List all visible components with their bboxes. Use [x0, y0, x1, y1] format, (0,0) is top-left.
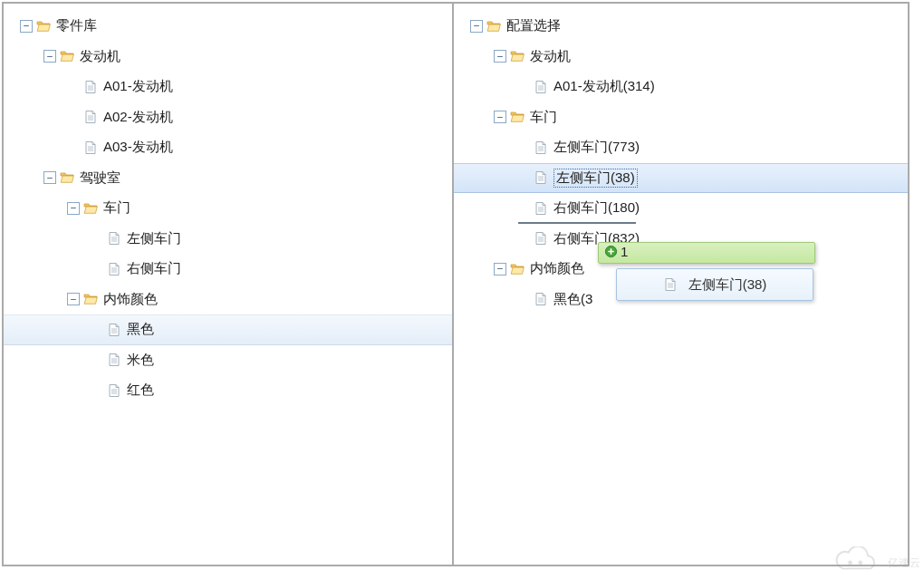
drop-indicator-line [518, 222, 636, 224]
collapse-icon[interactable]: − [67, 293, 80, 305]
watermark-text: 亿速云 [888, 556, 920, 569]
tree-node-folder[interactable]: −内饰颜色 [4, 285, 452, 315]
folder-open-icon [510, 110, 525, 124]
tree-node-folder[interactable]: −驾驶室 [4, 163, 452, 194]
file-icon [534, 140, 548, 155]
folder-open-icon [510, 262, 525, 276]
file-icon [107, 353, 121, 367]
tree-node-folder[interactable]: −发动机 [454, 42, 908, 72]
collapse-icon[interactable]: − [494, 111, 506, 123]
tree-node-leaf[interactable]: A02-发动机 [4, 102, 452, 133]
collapse-icon[interactable]: − [43, 171, 56, 184]
collapse-icon[interactable]: − [20, 20, 33, 33]
tree-node-leaf-selected[interactable]: 黑色 [4, 314, 452, 345]
file-icon [534, 292, 548, 306]
drop-allowed-icon [604, 245, 618, 258]
file-icon [534, 201, 548, 216]
node-label: 左侧车门 [127, 230, 181, 247]
watermark: 亿速云 [830, 546, 920, 576]
drag-item-label: 左侧车门(38) [688, 276, 767, 294]
node-label: A03-发动机 [103, 139, 173, 156]
node-label: 黑色(3 [553, 291, 592, 308]
node-label: 车门 [103, 199, 130, 217]
tree-node-leaf[interactable]: 左侧车门 [4, 224, 452, 255]
node-label: 红色 [127, 382, 154, 399]
node-label: 左侧车门(38) [553, 169, 638, 188]
parts-library-panel: −零件库 −发动机 A01-发动机 A02-发动机 A03-发动机 −驾驶室 −… [3, 3, 453, 566]
drag-count-tooltip: 1 [598, 242, 815, 264]
drag-count: 1 [621, 244, 628, 259]
node-label: 左侧车门(773) [553, 139, 640, 156]
tree-node-root[interactable]: −配置选择 [454, 11, 908, 42]
drag-ghost-item[interactable]: 左侧车门(38) [616, 268, 813, 301]
file-icon [107, 262, 121, 276]
node-label: A01-发动机 [103, 78, 173, 95]
collapse-icon[interactable]: − [67, 202, 80, 215]
node-label: 配置选择 [506, 17, 561, 34]
node-label: A01-发动机(314) [553, 78, 655, 95]
node-label: 内饰颜色 [530, 260, 584, 277]
collapse-icon[interactable]: − [494, 50, 506, 63]
collapse-icon[interactable]: − [43, 50, 56, 63]
node-label: 驾驶室 [80, 169, 120, 187]
tree-node-leaf[interactable]: A01-发动机(314) [454, 72, 908, 102]
node-label: 发动机 [80, 48, 120, 65]
folder-open-icon [510, 49, 525, 63]
file-icon [534, 231, 548, 246]
collapse-icon[interactable]: − [470, 20, 483, 33]
node-label: 右侧车门(180) [553, 199, 640, 217]
node-label: 右侧车门 [127, 260, 181, 277]
folder-open-icon [83, 292, 98, 306]
node-label: 黑色 [127, 321, 154, 338]
file-icon [534, 80, 548, 94]
tree-node-leaf[interactable]: 左侧车门(773) [454, 132, 908, 163]
tree-node-folder[interactable]: −车门 [454, 102, 908, 133]
node-label: 米色 [127, 352, 154, 369]
left-tree: −零件库 −发动机 A01-发动机 A02-发动机 A03-发动机 −驾驶室 −… [4, 4, 452, 406]
tree-node-leaf[interactable]: A01-发动机 [4, 72, 452, 102]
file-icon [107, 323, 121, 337]
file-icon [107, 383, 121, 398]
node-label: 内饰颜色 [103, 291, 158, 308]
tree-node-leaf[interactable]: 米色 [4, 345, 452, 376]
tree-node-root[interactable]: −零件库 [4, 11, 452, 42]
node-label: A02-发动机 [103, 109, 173, 126]
tree-node-leaf[interactable]: 右侧车门 [4, 254, 452, 285]
folder-open-icon [36, 19, 51, 34]
folder-open-icon [486, 19, 501, 34]
file-icon [83, 140, 98, 155]
folder-open-icon [60, 49, 74, 63]
node-label: 零件库 [56, 17, 97, 34]
file-icon [534, 170, 548, 185]
file-icon [107, 231, 121, 246]
file-icon [663, 277, 678, 292]
collapse-icon[interactable]: − [494, 263, 506, 276]
node-label: 车门 [530, 109, 557, 126]
folder-open-icon [83, 201, 98, 216]
tree-node-folder[interactable]: −发动机 [4, 42, 452, 72]
tree-node-leaf[interactable]: 红色 [4, 375, 452, 406]
file-icon [83, 80, 98, 94]
folder-open-icon [60, 170, 74, 185]
file-icon [83, 110, 98, 124]
tree-node-leaf[interactable]: A03-发动机 [4, 132, 452, 163]
node-label: 发动机 [530, 48, 571, 65]
cloud-icon [830, 546, 884, 574]
tree-node-folder[interactable]: −车门 [4, 193, 452, 224]
tree-node-leaf[interactable]: 右侧车门(180) [454, 193, 908, 224]
tree-node-leaf-selected[interactable]: 左侧车门(38) [454, 163, 908, 194]
